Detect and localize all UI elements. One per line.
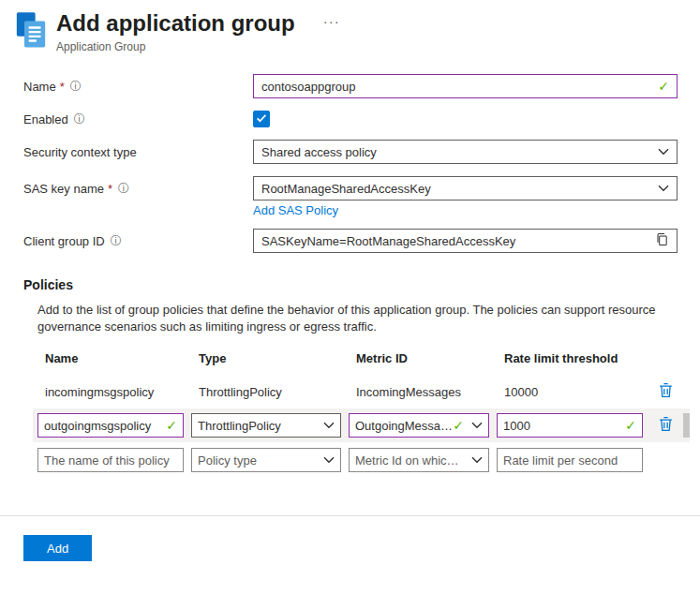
delete-policy-button[interactable] bbox=[650, 414, 680, 437]
column-header-metric-id: Metric ID bbox=[349, 351, 489, 377]
new-policy-rate-field bbox=[497, 448, 643, 472]
policy-row-saved: incomingmsgspolicy ThrottlingPolicy Inco… bbox=[37, 377, 700, 407]
copy-icon bbox=[655, 232, 669, 249]
info-icon[interactable]: ⓘ bbox=[111, 233, 122, 249]
policy-metric-value: OutgoingMessages bbox=[355, 419, 453, 433]
policy-rate-field: ✓ bbox=[497, 413, 643, 438]
enabled-checkbox[interactable] bbox=[253, 111, 270, 127]
sas-key-select[interactable]: RootManageSharedAccessKey bbox=[253, 176, 678, 200]
policy-row-editing: ✓ ThrottlingPolicy OutgoingMessages ✓ ✓ bbox=[33, 408, 690, 442]
new-policy-rate-input[interactable] bbox=[503, 453, 636, 468]
new-policy-metric-placeholder: Metric Id on which ... bbox=[355, 453, 464, 468]
trash-icon bbox=[658, 416, 674, 435]
valid-check-icon: ✓ bbox=[166, 418, 177, 433]
security-context-row: Security context type Shared access poli… bbox=[23, 140, 678, 164]
column-header-type: Type bbox=[191, 351, 341, 377]
name-input[interactable] bbox=[261, 80, 658, 94]
valid-check-icon: ✓ bbox=[625, 418, 636, 433]
security-context-label: Security context type bbox=[23, 145, 137, 159]
client-group-id-input[interactable] bbox=[261, 234, 648, 248]
page-title: Add application group bbox=[56, 9, 295, 37]
policies-table-header: Name Type Metric ID Rate limit threshold bbox=[37, 351, 700, 377]
column-header-name: Name bbox=[37, 351, 184, 377]
name-field: ✓ bbox=[253, 74, 678, 98]
name-label: Name bbox=[23, 80, 56, 94]
policy-row-new: Policy type Metric Id on which ... bbox=[37, 448, 700, 472]
trash-icon bbox=[658, 382, 674, 401]
policy-type-cell: ThrottlingPolicy bbox=[191, 385, 341, 399]
new-policy-name-field bbox=[37, 448, 184, 472]
add-button[interactable]: Add bbox=[23, 535, 92, 561]
valid-check-icon: ✓ bbox=[453, 418, 464, 433]
chevron-down-icon bbox=[323, 422, 335, 429]
sas-key-value: RootManageSharedAccessKey bbox=[261, 182, 650, 196]
info-icon[interactable]: ⓘ bbox=[70, 79, 82, 95]
policy-name-cell: incomingmsgspolicy bbox=[37, 385, 184, 399]
application-group-form: Name * ⓘ ✓ Enabled ⓘ Security contex bbox=[23, 74, 678, 253]
policy-rate-input[interactable] bbox=[503, 419, 625, 433]
policy-name-field: ✓ bbox=[37, 413, 184, 438]
policies-table: Name Type Metric ID Rate limit threshold… bbox=[37, 351, 700, 472]
policies-heading: Policies bbox=[23, 277, 678, 292]
client-group-id-field bbox=[253, 229, 678, 253]
footer-divider bbox=[0, 515, 700, 516]
required-asterisk: * bbox=[60, 80, 65, 94]
copy-button[interactable] bbox=[648, 232, 669, 249]
policies-description: Add to the list of group policies that d… bbox=[37, 302, 678, 334]
policy-rate-cell: 10000 bbox=[497, 385, 643, 399]
new-policy-metric-select[interactable]: Metric Id on which ... bbox=[349, 448, 489, 472]
new-policy-type-placeholder: Policy type bbox=[198, 453, 316, 468]
application-group-icon bbox=[11, 11, 51, 51]
add-sas-policy-link[interactable]: Add SAS Policy bbox=[253, 203, 338, 217]
client-group-id-row: Client group ID ⓘ bbox=[23, 229, 678, 253]
name-row: Name * ⓘ ✓ bbox=[23, 74, 678, 98]
ellipsis-icon: ··· bbox=[323, 13, 340, 29]
chevron-down-icon bbox=[658, 148, 669, 156]
delete-policy-button[interactable] bbox=[650, 380, 680, 403]
new-policy-type-select[interactable]: Policy type bbox=[191, 448, 341, 472]
policy-type-value: ThrottlingPolicy bbox=[198, 419, 316, 433]
security-context-value: Shared access policy bbox=[261, 145, 650, 159]
info-icon[interactable]: ⓘ bbox=[74, 111, 85, 127]
client-group-id-label: Client group ID bbox=[23, 234, 105, 248]
more-options-button[interactable]: ··· bbox=[320, 11, 344, 31]
info-icon[interactable]: ⓘ bbox=[118, 181, 129, 197]
new-policy-name-input[interactable] bbox=[44, 453, 177, 468]
chevron-down-icon bbox=[471, 456, 483, 464]
chevron-down-icon bbox=[658, 185, 669, 192]
valid-check-icon: ✓ bbox=[658, 79, 669, 94]
chevron-down-icon bbox=[471, 422, 483, 429]
page-header: Add application group ··· Application Gr… bbox=[0, 0, 700, 53]
enabled-row: Enabled ⓘ bbox=[23, 111, 678, 127]
sas-key-label: SAS key name bbox=[23, 182, 104, 196]
checkbox-check-icon bbox=[255, 111, 268, 127]
security-context-select[interactable]: Shared access policy bbox=[253, 140, 678, 164]
policy-type-select[interactable]: ThrottlingPolicy bbox=[191, 413, 341, 438]
column-header-rate-limit: Rate limit threshold bbox=[497, 351, 643, 377]
page-subtitle: Application Group bbox=[56, 40, 344, 53]
scrollbar-thumb[interactable] bbox=[683, 413, 690, 438]
enabled-label: Enabled bbox=[23, 112, 68, 126]
policy-metric-select[interactable]: OutgoingMessages ✓ bbox=[349, 413, 489, 438]
policy-metric-cell: IncomingMessages bbox=[349, 385, 489, 399]
sas-key-row: SAS key name * ⓘ RootManageSharedAccessK… bbox=[23, 176, 678, 200]
policy-name-input[interactable] bbox=[44, 419, 166, 433]
chevron-down-icon bbox=[323, 456, 335, 464]
required-asterisk: * bbox=[108, 182, 112, 196]
